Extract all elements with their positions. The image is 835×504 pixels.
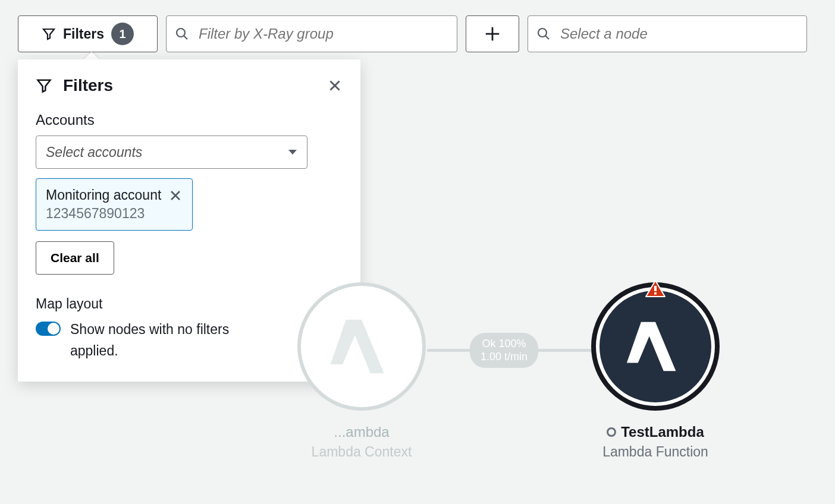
- search-icon: [175, 27, 189, 41]
- edge-context-to-function[interactable]: Ok 100% 1.00 t/min: [427, 333, 601, 368]
- popover-arrow: [83, 52, 100, 60]
- account-tag-id: 1234567890123: [46, 206, 161, 222]
- edge-rate: 1.00 t/min: [481, 351, 528, 364]
- node-subtitle: Lambda Context: [296, 444, 427, 460]
- show-unfiltered-nodes-toggle[interactable]: [36, 322, 61, 336]
- node-title-row: TestLambda: [590, 424, 721, 440]
- edge-line: [427, 349, 470, 352]
- edge-line: [538, 349, 592, 352]
- toggle-label: Show nodes with no filters applied.: [70, 319, 278, 361]
- warning-icon: [645, 280, 666, 298]
- top-toolbar: Filters 1: [0, 0, 835, 52]
- svg-rect-10: [654, 286, 657, 291]
- filters-button[interactable]: Filters 1: [18, 15, 158, 52]
- svg-line-5: [546, 36, 550, 40]
- svg-rect-11: [654, 292, 657, 295]
- svg-line-1: [184, 36, 188, 40]
- node-title-text: TestLambda: [621, 424, 704, 440]
- add-button[interactable]: [466, 15, 519, 52]
- xray-group-input[interactable]: [197, 25, 448, 43]
- accounts-section-title: Accounts: [36, 112, 343, 128]
- account-tag-name: Monitoring account: [46, 187, 161, 203]
- search-icon: [536, 27, 551, 41]
- xray-group-filter[interactable]: [166, 15, 457, 52]
- node-subtitle: Lambda Function: [590, 444, 721, 460]
- node-testlambda[interactable]: TestLambda Lambda Function: [590, 282, 721, 460]
- node-title: ...ambda: [296, 424, 427, 440]
- svg-point-0: [177, 29, 185, 37]
- account-tag: Monitoring account 1234567890123: [36, 178, 193, 231]
- node-select-input[interactable]: [559, 25, 798, 43]
- popover-title: Filters: [63, 76, 113, 95]
- toggle-knob: [48, 323, 59, 335]
- filters-count-badge: 1: [111, 23, 134, 45]
- remove-tag-icon[interactable]: [168, 188, 183, 203]
- accounts-select[interactable]: Select accounts: [36, 136, 307, 169]
- edge-status: Ok 100%: [481, 338, 528, 351]
- lambda-icon: [623, 314, 688, 379]
- filters-button-label: Filters: [63, 26, 104, 42]
- accounts-select-placeholder: Select accounts: [46, 144, 142, 160]
- svg-point-4: [538, 29, 547, 37]
- filter-icon: [42, 27, 56, 41]
- popover-header: Filters: [36, 76, 343, 95]
- clear-all-button[interactable]: Clear all: [36, 241, 114, 275]
- node-selector[interactable]: [528, 15, 807, 52]
- plus-icon: [484, 25, 501, 43]
- lambda-icon: [326, 311, 397, 382]
- node-lambda-context[interactable]: ...ambda Lambda Context: [296, 282, 427, 460]
- chevron-down-icon: [288, 149, 297, 156]
- status-dot-icon: [607, 427, 616, 437]
- edge-label: Ok 100% 1.00 t/min: [470, 333, 538, 368]
- clear-all-label: Clear all: [51, 251, 99, 265]
- filter-icon: [36, 77, 52, 94]
- close-icon[interactable]: [327, 78, 343, 93]
